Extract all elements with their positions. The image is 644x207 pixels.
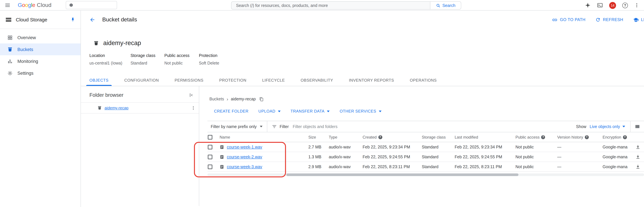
notifications-badge[interactable]: 14: [609, 2, 616, 9]
objects-panel: Buckets › aidemy-recap CREATE FOLDERUPLO…: [199, 86, 644, 206]
help-icon[interactable]: ?: [585, 135, 588, 139]
help-icon[interactable]: ?: [378, 135, 382, 139]
object-link[interactable]: course-week-1.wav: [227, 145, 262, 149]
logo-cloud-word: Cloud: [37, 2, 52, 9]
sidebar-item-monitoring[interactable]: Monitoring: [0, 55, 80, 67]
bucket-link[interactable]: aidemy-recap: [104, 106, 191, 110]
refresh-icon: [595, 17, 600, 22]
bucket-icon: [7, 47, 13, 52]
overview-icon: [7, 35, 13, 40]
sidebar-item-label: Monitoring: [18, 59, 38, 64]
topbar-actions: 14 ?: [585, 0, 640, 11]
column-header-created[interactable]: Created?: [362, 135, 422, 139]
show-value-label: Live objects only: [590, 124, 620, 129]
upload-button[interactable]: UPLOAD: [258, 109, 281, 114]
row-checkbox[interactable]: [208, 145, 212, 149]
row-select-cell: [208, 164, 220, 169]
pin-icon[interactable]: [70, 17, 75, 22]
page-title: Bucket details: [102, 17, 137, 23]
object-link[interactable]: course-week-2.wav: [227, 154, 262, 159]
tab-bar: OBJECTSCONFIGURATIONPERMISSIONSPROTECTIO…: [81, 75, 644, 86]
column-header-version_history[interactable]: Version history?: [557, 135, 602, 139]
tab-operations[interactable]: OPERATIONS: [402, 75, 444, 86]
search-button-label: Search: [442, 3, 455, 8]
download-cell: [636, 144, 644, 149]
help-icon[interactable]: ?: [541, 135, 545, 139]
column-header-last_modified[interactable]: Last modified: [455, 135, 516, 139]
bucket-title-row: aidemy-recap: [93, 38, 644, 48]
help-icon[interactable]: ?: [622, 3, 628, 8]
sidebar-item-settings[interactable]: Settings: [0, 67, 80, 79]
storage-class-cell: Standard: [422, 154, 455, 159]
action-label: OTHER SERVICES: [340, 109, 376, 114]
filter-prefix-dropdown[interactable]: Filter by name prefix only: [208, 121, 267, 132]
column-header-type[interactable]: Type: [329, 135, 362, 139]
help-icon[interactable]: ?: [623, 135, 627, 139]
settings-icon: [7, 70, 13, 76]
column-header-encryption[interactable]: Encryption?: [602, 135, 636, 139]
object-link[interactable]: course-week-3.wav: [227, 164, 262, 169]
go-to-path-button[interactable]: GO TO PATH: [552, 17, 586, 23]
tab-lifecycle[interactable]: LIFECYCLE: [254, 75, 293, 86]
action-label: CREATE FOLDER: [214, 109, 248, 114]
public-access-cell: Not public: [516, 164, 557, 169]
name-cell: course-week-3.wav: [220, 164, 308, 169]
column-header-name[interactable]: Name: [220, 135, 308, 139]
refresh-button[interactable]: REFRESH: [595, 17, 623, 22]
row-checkbox[interactable]: [208, 154, 212, 159]
create-folder-button[interactable]: CREATE FOLDER: [214, 109, 248, 114]
collapse-panel-icon[interactable]: [189, 92, 194, 98]
folder-browser-header: Folder browser: [90, 92, 194, 98]
meta-location: Location us-central1 (Iowa): [90, 53, 130, 66]
select-all-checkbox[interactable]: [208, 135, 212, 139]
sidebar-item-buckets[interactable]: Buckets: [0, 44, 80, 55]
copy-icon[interactable]: [260, 97, 264, 101]
show-dropdown[interactable]: Live objects only: [590, 124, 625, 129]
column-header-public_access[interactable]: Public access?: [516, 135, 557, 139]
select-all-cell: [208, 135, 220, 139]
more-vertical-icon[interactable]: [191, 106, 196, 110]
scrollbar-thumb[interactable]: [286, 173, 518, 176]
column-header-size[interactable]: Size: [308, 135, 329, 139]
download-icon[interactable]: [636, 154, 640, 159]
more-vertical-icon[interactable]: [634, 3, 640, 8]
folder-tree-item[interactable]: aidemy-recap: [81, 102, 199, 114]
bucket-icon: [93, 40, 99, 46]
menu-icon[interactable]: [4, 2, 10, 8]
name-cell: course-week-2.wav: [220, 154, 308, 159]
tab-permissions[interactable]: PERMISSIONS: [167, 75, 212, 86]
chevron-right-icon: ›: [227, 96, 228, 102]
type-cell: audio/x-wav: [329, 154, 362, 159]
sidebar-item-overview[interactable]: Overview: [0, 32, 80, 44]
tab-inventory-reports[interactable]: INVENTORY REPORTS: [341, 75, 402, 86]
search-button[interactable]: Search: [430, 1, 461, 10]
project-icon: [69, 3, 73, 7]
column-header-storage_class[interactable]: Storage class: [422, 135, 455, 139]
gemini-sparkle-icon[interactable]: [585, 2, 591, 8]
project-selector[interactable]: [66, 1, 117, 9]
search-input[interactable]: [231, 1, 430, 10]
row-checkbox[interactable]: [208, 164, 212, 169]
horizontal-scrollbar[interactable]: [208, 173, 644, 176]
transfer-data-button[interactable]: TRANSFER DATA: [290, 109, 330, 114]
download-icon[interactable]: [636, 164, 640, 169]
column-display-options-icon[interactable]: [630, 124, 644, 129]
object-actions: CREATE FOLDERUPLOADTRANSFER DATAOTHER SE…: [214, 108, 644, 115]
learn-button[interactable]: LEARN: [633, 17, 644, 23]
other-services-button[interactable]: OTHER SERVICES: [340, 109, 382, 114]
table-row: course-week-1.wav2.7 MBaudio/x-wavFeb 22…: [208, 142, 644, 152]
cloud-shell-icon[interactable]: [597, 2, 603, 8]
file-icon: [220, 154, 224, 159]
download-icon[interactable]: [636, 144, 640, 149]
breadcrumb-current: aidemy-recap: [231, 97, 256, 101]
tab-objects[interactable]: OBJECTS: [82, 75, 116, 86]
sidebar-header: Cloud Storage: [0, 11, 80, 29]
back-arrow-icon[interactable]: [90, 17, 95, 23]
filter-objects-input[interactable]: [293, 124, 398, 129]
tab-protection[interactable]: PROTECTION: [212, 75, 254, 86]
tab-observability[interactable]: OBSERVABILITY: [293, 75, 341, 86]
monitoring-icon: [7, 58, 13, 64]
tab-configuration[interactable]: CONFIGURATION: [116, 75, 167, 86]
breadcrumb-buckets[interactable]: Buckets: [210, 97, 224, 101]
table-body: course-week-1.wav2.7 MBaudio/x-wavFeb 22…: [208, 142, 644, 172]
